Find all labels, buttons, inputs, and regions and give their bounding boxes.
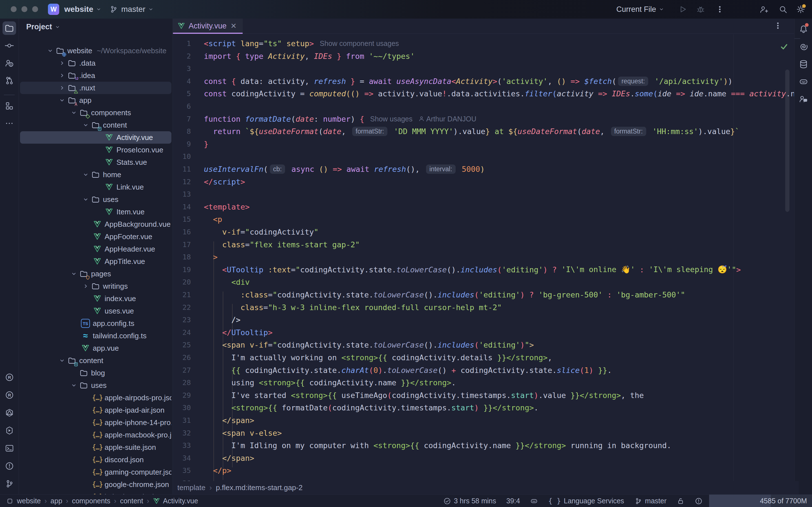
chevron-down-icon[interactable]	[82, 196, 90, 203]
code-line[interactable]: 20 <div	[173, 276, 794, 288]
line-number[interactable]: 23	[173, 316, 191, 324]
tree-row[interactable]: {…}apple-airpods-pro.json	[20, 392, 171, 404]
code-line[interactable]: 30 <strong>{{ formatDate(codingActivity.…	[173, 401, 794, 414]
code-line[interactable]: 26 I'm actually working on <strong>{{ co…	[173, 351, 794, 364]
tree-row[interactable]: {…}jetbrains-suite.json	[20, 491, 171, 494]
line-number[interactable]: 33	[173, 441, 191, 450]
line-number[interactable]: 30	[173, 404, 191, 412]
tree-row[interactable]: content	[20, 119, 171, 131]
line-number[interactable]: 25	[173, 341, 191, 349]
run-button[interactable]	[678, 0, 687, 18]
structure-tool-button[interactable]	[3, 99, 16, 113]
chevron-down-icon[interactable]	[82, 122, 90, 128]
tree-row[interactable]: Item.vue	[20, 206, 171, 218]
code-line[interactable]: 9}	[173, 138, 794, 151]
copilot-tool-button[interactable]	[797, 75, 810, 89]
line-number[interactable]: 3	[173, 64, 191, 73]
tree-row[interactable]: Link.vue	[20, 181, 171, 193]
line-number[interactable]: 11	[173, 165, 191, 173]
add-user-button[interactable]	[760, 0, 768, 18]
status-widget-3-hrs-58-mins[interactable]: 3 hrs 58 mins	[443, 497, 496, 505]
line-number[interactable]: 26	[173, 353, 191, 362]
tree-row[interactable]: {…}apple-macbook-pro.json	[20, 429, 171, 441]
project-folder-tool-button[interactable]	[3, 21, 16, 35]
close-icon[interactable]: ✕	[231, 22, 237, 31]
chevron-right-icon[interactable]	[58, 60, 66, 66]
code-line[interactable]: 16 v-if="codingActivity"	[173, 226, 794, 238]
line-number[interactable]: 31	[173, 416, 191, 425]
tree-row[interactable]: {…}apple-iphone-14-pro.json	[20, 416, 171, 429]
breadcrumb-element[interactable]: p.flex.md:items-start.gap-2	[216, 483, 303, 492]
editor-options-kebab-icon[interactable]	[774, 21, 782, 30]
code-line[interactable]: 18 >	[173, 251, 794, 263]
status-widget-master[interactable]: master	[635, 497, 666, 505]
debug-button[interactable]	[696, 0, 705, 18]
status-widget[interactable]	[677, 497, 684, 505]
status-widget-language-services[interactable]: { }Language Services	[548, 497, 624, 505]
line-number[interactable]: 34	[173, 454, 191, 462]
line-number[interactable]: 29	[173, 391, 191, 399]
chevron-down-icon[interactable]	[58, 357, 66, 363]
tree-row[interactable]: {…}apple-suite.json	[20, 441, 171, 453]
tree-row[interactable]: ≈tailwind.config.ts	[20, 330, 171, 342]
status-path-segment[interactable]: app	[50, 497, 62, 505]
line-number[interactable]: 6	[173, 102, 191, 110]
tree-row[interactable]: IJ.idea	[20, 69, 171, 82]
project-panel-header[interactable]: Project	[26, 22, 60, 31]
code-vision-inlay[interactable]: Show usages	[364, 115, 418, 123]
tree-row[interactable]: .data	[20, 57, 171, 69]
line-number[interactable]: 12	[173, 178, 191, 186]
code-line[interactable]: 2import { type Activity, IDEs } from '~~…	[173, 50, 794, 62]
window-minimize-button[interactable]	[21, 6, 28, 12]
tree-row[interactable]: AppHeader.vue	[20, 243, 171, 255]
tree-row[interactable]: AppFooter.vue	[20, 230, 171, 243]
status-path-segment[interactable]: content	[120, 497, 143, 505]
tree-row[interactable]: uses	[20, 193, 171, 206]
code-line[interactable]: 15 <p	[173, 213, 794, 226]
code-line[interactable]: 21 :class="codingActivity.state.toLowerC…	[173, 288, 794, 301]
code-line[interactable]: 27 {{ codingActivity.state.charAt(0).toL…	[173, 364, 794, 377]
line-number[interactable]: 15	[173, 215, 191, 223]
problems-tool-button[interactable]	[3, 459, 16, 473]
line-number[interactable]: 18	[173, 253, 191, 261]
tree-row[interactable]: index.vue	[20, 292, 171, 305]
line-number[interactable]: 36	[173, 479, 191, 481]
code-line[interactable]: 23 />	[173, 314, 794, 326]
code-line[interactable]: 36 <p	[173, 477, 794, 481]
chevron-down-icon[interactable]	[58, 97, 66, 103]
chevron-right-icon[interactable]	[58, 72, 66, 78]
code-line[interactable]: 12</script>	[173, 175, 794, 188]
line-number[interactable]: 21	[173, 291, 191, 299]
line-number[interactable]: 14	[173, 203, 191, 211]
code-line[interactable]: 22 class="h-3 w-3 inline-flex rounded-fu…	[173, 301, 794, 314]
code-line[interactable]: 32 <span v-else>	[173, 427, 794, 439]
tree-row[interactable]: {…}gaming-computer.json	[20, 466, 171, 478]
breadcrumb-template[interactable]: template	[177, 483, 206, 492]
line-number[interactable]: 5	[173, 90, 191, 98]
graphql-tool-button[interactable]	[3, 406, 16, 419]
commit-tool-button[interactable]	[3, 39, 16, 52]
tree-row[interactable]: blog	[20, 367, 171, 379]
tree-row[interactable]: AppBackground.vue	[20, 218, 171, 230]
code-line[interactable]: 6	[173, 100, 794, 113]
project-selector[interactable]: website	[64, 0, 101, 18]
code-line[interactable]: 10	[173, 150, 794, 163]
code-with-me-chat-tool-button[interactable]	[797, 93, 810, 106]
line-number[interactable]: 9	[173, 140, 191, 148]
line-number[interactable]: 8	[173, 127, 191, 135]
line-number[interactable]: 22	[173, 303, 191, 312]
tree-row[interactable]: Stats.vue	[20, 156, 171, 168]
tree-row[interactable]: {…}apple-ipad-air.json	[20, 404, 171, 416]
code-with-me-tool-button[interactable]	[3, 56, 16, 70]
window-close-button[interactable]	[11, 6, 17, 12]
run-configuration-selector[interactable]: Current File	[616, 0, 664, 18]
search-everywhere-button[interactable]	[779, 0, 788, 18]
git-graph-tool-button[interactable]	[3, 74, 16, 87]
code-line[interactable]: 13	[173, 188, 794, 201]
more-actions-button[interactable]	[716, 0, 724, 18]
r-plugin-tool-button[interactable]: R	[3, 371, 16, 384]
chevron-down-icon[interactable]	[82, 172, 90, 178]
code-author-inlay[interactable]: Arthur DANJOU	[418, 115, 476, 123]
tree-row[interactable]: components	[20, 107, 171, 119]
tree-row[interactable]: uses	[20, 379, 171, 392]
